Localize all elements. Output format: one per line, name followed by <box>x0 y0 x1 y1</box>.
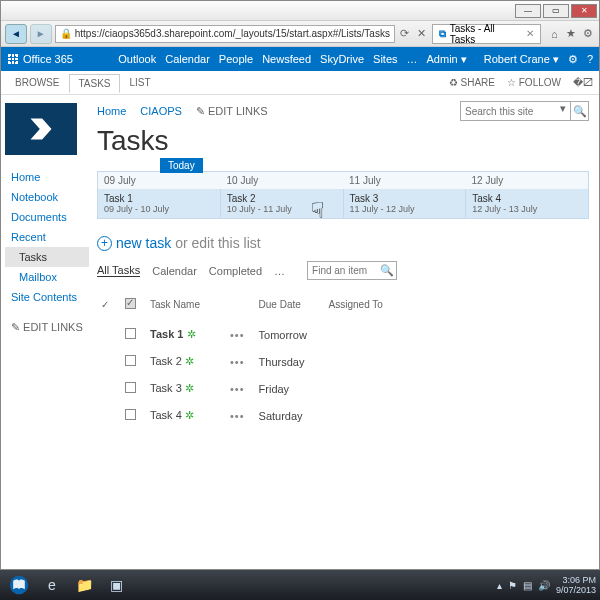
taskbar-explorer-icon[interactable]: 📁 <box>70 573 98 597</box>
taskbar-ie-icon[interactable]: e <box>38 573 66 597</box>
home-icon[interactable]: ⌂ <box>547 27 561 41</box>
system-tray: ▴ ⚑ ▤ 🔊 3:06 PM9/07/2013 <box>497 575 596 595</box>
suite-link[interactable]: People <box>219 53 253 65</box>
windows-taskbar: e 📁 ▣ ▴ ⚑ ▤ 🔊 3:06 PM9/07/2013 <box>0 570 600 600</box>
view-selector: All Tasks Calendar Completed … 🔍 <box>97 261 589 280</box>
url-field[interactable]: 🔒https://ciaops365d3.sharepoint.com/_lay… <box>55 25 395 43</box>
item-menu-icon[interactable]: ••• <box>230 383 245 395</box>
nav-sitecontents[interactable]: Site Contents <box>5 287 89 307</box>
view-calendar[interactable]: Calendar <box>152 265 197 277</box>
timeline-task[interactable]: Task 109 July - 10 July <box>98 189 221 218</box>
suite-link[interactable]: Newsfeed <box>262 53 311 65</box>
new-badge-icon: ✲ <box>187 328 196 340</box>
tray-network-icon[interactable]: ▤ <box>523 580 532 591</box>
tab-close-icon[interactable]: ✕ <box>526 28 534 39</box>
quick-launch: Home Notebook Documents Recent Tasks Mai… <box>5 167 89 338</box>
bc-edit-links[interactable]: EDIT LINKS <box>196 105 268 118</box>
nav-notebook[interactable]: Notebook <box>5 187 89 207</box>
nav-mailbox[interactable]: Mailbox <box>5 267 89 287</box>
tools-icon[interactable]: ⚙ <box>581 27 595 41</box>
checkbox[interactable] <box>125 355 136 366</box>
close-button[interactable]: ✕ <box>571 4 597 18</box>
bc-home[interactable]: Home <box>97 105 126 117</box>
checkbox[interactable] <box>125 328 136 339</box>
nav-home[interactable]: Home <box>5 167 89 187</box>
table-row[interactable]: Task 4 ✲ ••• Saturday <box>97 402 589 429</box>
col-taskname[interactable]: Task Name <box>146 294 226 321</box>
col-duedate[interactable]: Due Date <box>255 294 325 321</box>
ribbon-tab-list[interactable]: LIST <box>122 74 159 91</box>
table-row[interactable]: Task 3 ✲ ••• Friday <box>97 375 589 402</box>
item-menu-icon[interactable]: ••• <box>230 356 245 368</box>
suite-brand: Office 365 <box>23 53 73 65</box>
suite-link[interactable]: SkyDrive <box>320 53 364 65</box>
check-all-icon[interactable]: ✓ <box>101 299 109 310</box>
suite-link[interactable]: Outlook <box>118 53 156 65</box>
task-table: ✓ Task Name Due Date Assigned To Task 1 … <box>97 294 589 429</box>
timeline-task[interactable]: Task 210 July - 11 July <box>221 189 344 218</box>
ribbon-tab-tasks[interactable]: TASKS <box>69 74 119 93</box>
suite-link[interactable]: Calendar <box>165 53 210 65</box>
search-input[interactable] <box>461 102 556 120</box>
main-column: Home CIAOPS EDIT LINKS ▾ 🔍 Tasks Today 0… <box>93 95 599 569</box>
today-marker: Today <box>160 158 203 173</box>
back-button[interactable]: ◄ <box>5 24 27 44</box>
nav-edit-links[interactable]: ✎ EDIT LINKS <box>5 317 89 338</box>
item-menu-icon[interactable]: ••• <box>230 329 245 341</box>
site-logo[interactable] <box>5 103 77 155</box>
title-bar: — ▭ ✕ <box>1 1 599 21</box>
checkbox[interactable] <box>125 382 136 393</box>
nav-documents[interactable]: Documents <box>5 207 89 227</box>
nav-recent[interactable]: Recent <box>5 227 89 247</box>
left-column: Home Notebook Documents Recent Tasks Mai… <box>1 95 93 569</box>
find-input[interactable] <box>308 265 378 276</box>
suite-link[interactable]: Sites <box>373 53 397 65</box>
app-launcher-icon[interactable] <box>7 53 19 65</box>
table-row[interactable]: Task 1 ✲ ••• Tomorrow <box>97 321 589 348</box>
table-row[interactable]: Task 2 ✲ ••• Thursday <box>97 348 589 375</box>
search-button[interactable]: 🔍 <box>570 102 588 120</box>
minimize-button[interactable]: — <box>515 4 541 18</box>
maximize-button[interactable]: ▭ <box>543 4 569 18</box>
taskbar-app-icon[interactable]: ▣ <box>102 573 130 597</box>
suite-link[interactable]: Admin ▾ <box>427 53 467 66</box>
col-assigned[interactable]: Assigned To <box>325 294 589 321</box>
user-menu[interactable]: Robert Crane ▾ <box>484 53 559 66</box>
new-task-link[interactable]: + new task or edit this list <box>97 235 589 251</box>
stop-icon[interactable]: ✕ <box>415 27 429 41</box>
help-icon[interactable]: ? <box>587 53 593 65</box>
breadcrumb: Home CIAOPS EDIT LINKS ▾ 🔍 <box>97 101 589 121</box>
settings-icon[interactable]: ⚙ <box>568 53 578 66</box>
timeline: Today 09 July 10 July 11 July 12 July Ta… <box>97 171 589 219</box>
suite-link[interactable]: … <box>407 53 418 65</box>
tray-up-icon[interactable]: ▴ <box>497 580 502 591</box>
find-box[interactable]: 🔍 <box>307 261 397 280</box>
browser-tab[interactable]: ⧉Tasks - All Tasks✕ <box>432 24 542 44</box>
view-completed[interactable]: Completed <box>209 265 262 277</box>
address-bar: ◄ ► 🔒https://ciaops365d3.sharepoint.com/… <box>1 21 599 47</box>
timeline-task[interactable]: Task 412 July - 13 July <box>466 189 588 218</box>
forward-button[interactable]: ► <box>30 24 52 44</box>
timeline-task[interactable]: Task 311 July - 12 July <box>344 189 467 218</box>
tray-flag-icon[interactable]: ⚑ <box>508 580 517 591</box>
refresh-icon[interactable]: ⟳ <box>398 27 412 41</box>
tray-volume-icon[interactable]: 🔊 <box>538 580 550 591</box>
ribbon: BROWSE TASKS LIST ♻ SHARE ☆ FOLLOW �〼 <box>1 71 599 95</box>
nav-tasks[interactable]: Tasks <box>5 247 89 267</box>
focus-icon[interactable]: �〼 <box>573 77 593 88</box>
search-dropdown-icon[interactable]: ▾ <box>556 102 570 120</box>
checkbox[interactable] <box>125 409 136 420</box>
clock[interactable]: 3:06 PM9/07/2013 <box>556 575 596 595</box>
start-button[interactable] <box>4 571 34 599</box>
item-menu-icon[interactable]: ••• <box>230 410 245 422</box>
complete-header-icon[interactable] <box>125 298 136 309</box>
share-button[interactable]: ♻ SHARE <box>449 77 495 88</box>
view-all[interactable]: All Tasks <box>97 264 140 277</box>
follow-button[interactable]: ☆ FOLLOW <box>507 77 561 88</box>
search-box[interactable]: ▾ 🔍 <box>460 101 589 121</box>
bc-site[interactable]: CIAOPS <box>140 105 182 117</box>
favorites-icon[interactable]: ★ <box>564 27 578 41</box>
view-more[interactable]: … <box>274 265 285 277</box>
find-icon[interactable]: 🔍 <box>378 264 396 277</box>
ribbon-tab-browse[interactable]: BROWSE <box>7 74 67 91</box>
